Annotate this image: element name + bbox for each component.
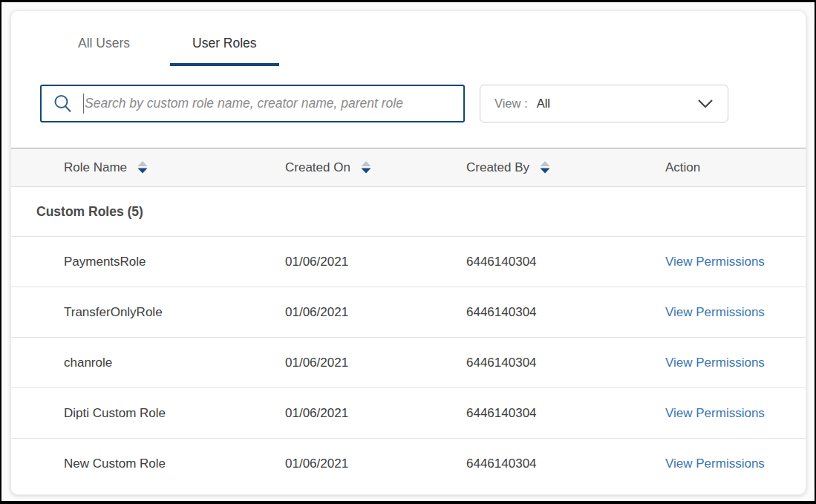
role-name-cell: TransferOnlyRole [64, 305, 285, 320]
column-header-label: Created On [285, 160, 350, 175]
role-name-cell: chanrole [64, 356, 285, 370]
column-header-created-on[interactable]: Created On [285, 160, 466, 175]
column-header-action: Action [665, 160, 806, 175]
tab-bar: All Users User Roles [11, 11, 806, 66]
controls-row: View : All [11, 85, 806, 122]
sort-icon[interactable] [137, 161, 148, 174]
created-on-cell: 01/06/2021 [285, 456, 466, 471]
created-by-cell: 6446140304 [466, 406, 665, 421]
table-row: Dipti Custom Role 01/06/2021 6446140304 … [11, 388, 806, 439]
role-name-cell: New Custom Role [64, 456, 285, 471]
column-header-label: Action [665, 160, 700, 175]
screenshot-frame: All Users User Roles View : All [0, 0, 816, 504]
view-permissions-link[interactable]: View Permissions [665, 255, 765, 269]
view-filter-dropdown[interactable]: View : All [480, 85, 728, 122]
created-on-cell: 01/06/2021 [285, 305, 466, 320]
search-box[interactable] [40, 85, 465, 122]
view-permissions-link[interactable]: View Permissions [665, 456, 765, 471]
role-name-cell: PaymentsRole [64, 255, 285, 269]
tab-user-roles[interactable]: User Roles [170, 23, 279, 66]
view-filter-label: View : [495, 96, 528, 111]
user-management-card: All Users User Roles View : All [10, 10, 806, 495]
sort-icon[interactable] [361, 161, 371, 174]
view-permissions-link[interactable]: View Permissions [665, 356, 765, 370]
tab-all-users[interactable]: All Users [56, 23, 152, 66]
created-on-cell: 01/06/2021 [285, 356, 466, 370]
column-header-created-by[interactable]: Created By [466, 160, 665, 175]
search-icon [53, 94, 73, 114]
column-header-role-name[interactable]: Role Name [64, 160, 285, 175]
view-permissions-link[interactable]: View Permissions [665, 406, 765, 420]
table-row: PaymentsRole 01/06/2021 6446140304 View … [11, 237, 806, 287]
created-by-cell: 6446140304 [466, 356, 665, 370]
role-name-cell: Dipti Custom Role [64, 406, 285, 421]
table-header-row: Role Name Created On Cre [11, 148, 806, 187]
column-header-label: Created By [466, 160, 529, 175]
custom-roles-group-header: Custom Roles (5) [11, 187, 806, 237]
created-by-cell: 6446140304 [466, 255, 665, 269]
view-filter-value: All [537, 96, 550, 111]
created-by-cell: 6446140304 [466, 456, 665, 471]
created-on-cell: 01/06/2021 [285, 406, 466, 421]
table-row: TransferOnlyRole 01/06/2021 6446140304 V… [11, 287, 806, 338]
created-on-cell: 01/06/2021 [285, 255, 466, 269]
created-by-cell: 6446140304 [466, 305, 665, 320]
search-input[interactable] [84, 96, 463, 111]
view-permissions-link[interactable]: View Permissions [665, 305, 765, 319]
column-header-label: Role Name [64, 160, 127, 175]
sort-icon[interactable] [540, 161, 550, 174]
table-row: New Custom Role 01/06/2021 6446140304 Vi… [11, 439, 806, 489]
chevron-down-icon [697, 99, 714, 108]
table-row: chanrole 01/06/2021 6446140304 View Perm… [11, 338, 806, 388]
